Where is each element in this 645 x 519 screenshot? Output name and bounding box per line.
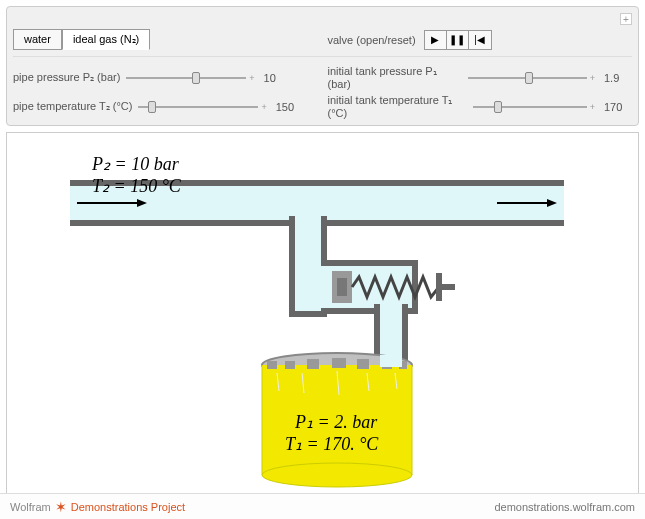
svg-rect-15 — [337, 278, 347, 296]
diagram-panel: P₂ = 10 bar T₂ = 150 °C P₁ = 2. bar T₁ =… — [6, 132, 639, 502]
plus-icon[interactable]: + — [590, 102, 595, 112]
controls-panel: + water ideal gas (N₂) valve (open/reset… — [6, 6, 639, 126]
svg-rect-11 — [321, 266, 331, 308]
svg-rect-25 — [307, 359, 319, 369]
t2-annotation: T₂ = 150 °C — [92, 175, 181, 197]
footer-url[interactable]: demonstrations.wolfram.com — [494, 501, 635, 513]
svg-rect-9 — [295, 216, 321, 226]
svg-rect-13 — [380, 304, 402, 314]
fluid-tabs: water ideal gas (N₂) — [13, 29, 150, 50]
t1-label: initial tank temperature T₁ (°C) — [328, 94, 468, 119]
svg-rect-27 — [357, 359, 369, 369]
reset-button[interactable]: |◀ — [469, 31, 491, 49]
p2-value: 10 — [264, 72, 292, 84]
brand-wolfram: Wolfram — [10, 501, 51, 513]
p1-label: initial tank pressure P₁ (bar) — [328, 65, 462, 90]
svg-rect-23 — [267, 361, 277, 369]
footer: Wolfram ✶ Demonstrations Project demonst… — [0, 493, 645, 519]
svg-rect-35 — [380, 355, 402, 367]
svg-rect-2 — [64, 180, 70, 226]
p2-annotation: P₂ = 10 bar — [92, 153, 179, 175]
t2-slider[interactable] — [138, 100, 258, 114]
t2-label: pipe temperature T₂ (°C) — [13, 100, 132, 113]
expand-icon[interactable]: + — [620, 13, 632, 25]
t1-annotation: T₁ = 170. °C — [285, 433, 378, 455]
t1-value: 170 — [604, 101, 632, 113]
plus-icon[interactable]: + — [249, 73, 254, 83]
playback-controls: ▶ ❚❚ |◀ — [424, 30, 492, 50]
plus-icon[interactable]: + — [590, 73, 595, 83]
t2-value: 150 — [276, 101, 304, 113]
p2-slider[interactable] — [126, 71, 246, 85]
svg-rect-3 — [564, 180, 570, 226]
svg-point-20 — [262, 463, 412, 487]
plus-icon[interactable]: + — [261, 102, 266, 112]
brand-project: Demonstrations Project — [71, 501, 185, 513]
valve-label: valve (open/reset) — [328, 34, 416, 46]
p1-slider[interactable] — [468, 71, 587, 85]
wolfram-icon: ✶ — [55, 499, 67, 515]
play-button[interactable]: ▶ — [425, 31, 447, 49]
p1-value: 1.9 — [604, 72, 632, 84]
svg-rect-24 — [285, 361, 295, 369]
svg-rect-26 — [332, 358, 346, 368]
svg-rect-8 — [292, 219, 324, 314]
pause-button[interactable]: ❚❚ — [447, 31, 469, 49]
p1-annotation: P₁ = 2. bar — [295, 411, 377, 433]
tab-ideal-gas[interactable]: ideal gas (N₂) — [62, 29, 150, 50]
p2-label: pipe pressure P₂ (bar) — [13, 71, 120, 84]
tab-water[interactable]: water — [13, 29, 62, 50]
t1-slider[interactable] — [473, 100, 587, 114]
